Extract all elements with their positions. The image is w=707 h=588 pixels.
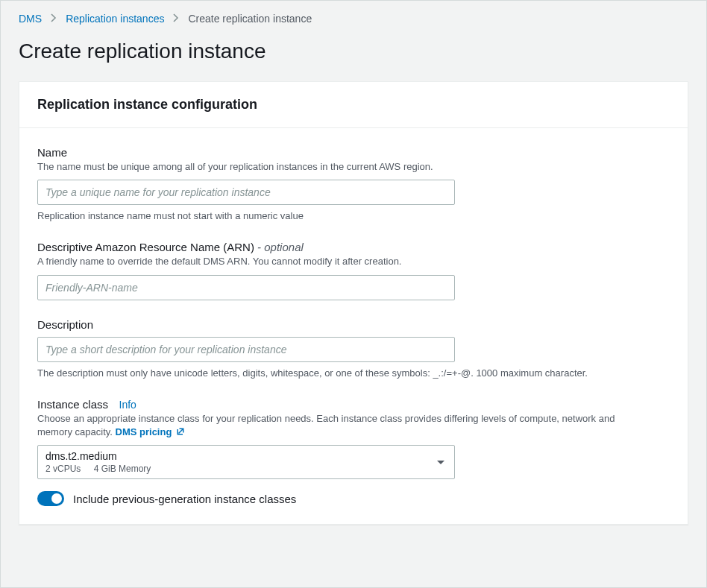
config-panel-header: Replication instance configuration <box>19 82 688 128</box>
config-panel-title: Replication instance configuration <box>37 97 670 113</box>
instance-class-specs: 2 vCPUs 4 GiB Memory <box>45 464 427 474</box>
arn-label-text: Descriptive Amazon Resource Name (ARN) <box>37 241 254 253</box>
arn-label: Descriptive Amazon Resource Name (ARN) -… <box>37 241 304 253</box>
prev-gen-toggle-row: Include previous-generation instance cla… <box>37 491 670 506</box>
config-panel-body: Name The name must be unique among all o… <box>19 128 688 524</box>
external-link-icon <box>176 427 185 436</box>
instance-class-vcpus: 2 vCPUs <box>45 464 81 474</box>
breadcrumb: DMS Replication instances Create replica… <box>1 1 706 31</box>
arn-field-group: Descriptive Amazon Resource Name (ARN) -… <box>37 241 670 300</box>
arn-optional-tag: - optional <box>254 241 304 253</box>
name-description: The name must be unique among all of you… <box>37 160 670 174</box>
arn-description: A friendly name to override the default … <box>37 255 670 268</box>
breadcrumb-link-replication-instances[interactable]: Replication instances <box>66 13 164 25</box>
instance-class-description: Choose an appropriate instance class for… <box>37 412 619 439</box>
instance-class-selected-value: dms.t2.medium <box>45 450 427 462</box>
description-hint: The description must only have unicode l… <box>37 367 604 380</box>
chevron-right-icon <box>173 13 179 25</box>
chevron-right-icon <box>51 13 57 25</box>
dms-pricing-link-text: DMS pricing <box>116 426 172 437</box>
name-field-group: Name The name must be unique among all o… <box>37 146 670 223</box>
name-label: Name <box>37 146 67 159</box>
instance-class-field-group: Instance class Info Choose an appropriat… <box>37 398 670 506</box>
description-input[interactable] <box>37 337 455 362</box>
instance-class-memory: 4 GiB Memory <box>94 464 151 474</box>
breadcrumb-current: Create replication instance <box>188 13 312 25</box>
name-input[interactable] <box>37 180 455 205</box>
prev-gen-toggle[interactable] <box>37 491 64 506</box>
instance-class-info-link[interactable]: Info <box>119 399 136 411</box>
page-title: Create replication instance <box>1 31 706 81</box>
description-field-group: Description The description must only ha… <box>37 318 670 380</box>
config-panel: Replication instance configuration Name … <box>19 81 688 525</box>
instance-class-select[interactable]: dms.t2.medium 2 vCPUs 4 GiB Memory <box>37 445 455 479</box>
breadcrumb-link-dms[interactable]: DMS <box>19 13 42 25</box>
caret-down-icon <box>436 455 445 469</box>
description-label: Description <box>37 318 93 331</box>
name-hint: Replication instance name must not start… <box>37 209 670 223</box>
dms-pricing-link[interactable]: DMS pricing <box>116 426 185 437</box>
arn-input[interactable] <box>37 275 455 300</box>
instance-class-label: Instance class <box>37 398 108 411</box>
prev-gen-toggle-label: Include previous-generation instance cla… <box>73 493 296 505</box>
